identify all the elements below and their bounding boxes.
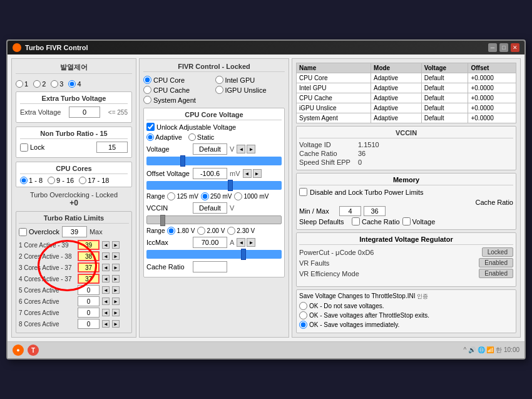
voltage-slider-track[interactable] bbox=[146, 157, 282, 165]
core-1-arrow-left[interactable]: ◄ bbox=[102, 241, 110, 249]
core-3-input[interactable] bbox=[78, 262, 100, 272]
range-250[interactable]: 250 mV bbox=[201, 192, 232, 200]
radio-2[interactable]: 2 bbox=[33, 80, 46, 88]
non-turbo-value[interactable] bbox=[96, 142, 128, 153]
radio-3-input[interactable] bbox=[51, 80, 58, 88]
sleep-cache-ratio-checkbox[interactable] bbox=[352, 217, 360, 225]
cores-17-18-input[interactable] bbox=[79, 177, 86, 184]
core-8-arrow-right[interactable]: ► bbox=[112, 320, 120, 328]
range-1000[interactable]: 1000 mV bbox=[234, 192, 269, 200]
overclock-checkbox-label[interactable]: Overclock bbox=[19, 228, 59, 236]
core-3-arrow-right[interactable]: ► bbox=[112, 264, 120, 271]
save-immediately-label[interactable]: OK - Save voltages immediately. bbox=[299, 321, 513, 329]
core-5-arrow-left[interactable]: ◄ bbox=[102, 286, 110, 294]
cores-9-16[interactable]: 9 - 16 bbox=[48, 177, 74, 184]
vccin-slider-track[interactable] bbox=[146, 215, 282, 224]
unlock-adjustable-checkbox[interactable] bbox=[146, 123, 155, 131]
core-8-input[interactable] bbox=[78, 319, 100, 329]
voltage-arrow-right[interactable]: ► bbox=[247, 145, 255, 153]
core-2-arrow-right[interactable]: ► bbox=[112, 252, 120, 260]
radio-1[interactable]: 1 bbox=[16, 80, 28, 88]
range-125[interactable]: 125 mV bbox=[167, 192, 198, 200]
unlock-adjustable-label[interactable]: Unlock Adjustable Voltage bbox=[146, 123, 282, 131]
sleep-cache-ratio-label[interactable]: Cache Ratio bbox=[352, 217, 400, 225]
max-input[interactable] bbox=[364, 206, 386, 216]
radio-4-input[interactable] bbox=[68, 80, 76, 88]
fivr-system-agent[interactable]: System Agent bbox=[143, 96, 213, 104]
core-5-arrow-right[interactable]: ► bbox=[112, 286, 120, 294]
mode-adaptive-input[interactable] bbox=[146, 133, 154, 141]
core-7-arrow-right[interactable]: ► bbox=[112, 309, 120, 316]
fivr-intel-gpu[interactable]: Intel GPU bbox=[215, 76, 285, 84]
fivr-cpu-cache[interactable]: CPU Cache bbox=[143, 86, 213, 94]
iccmax-slider-track[interactable] bbox=[146, 250, 282, 259]
vccin-range-200[interactable]: 2.00 V bbox=[197, 227, 225, 235]
voltage-input[interactable] bbox=[193, 143, 227, 155]
throttlestop-taskbar-btn[interactable]: T bbox=[28, 345, 39, 356]
radio-2-input[interactable] bbox=[33, 80, 41, 88]
save-immediately-radio[interactable] bbox=[299, 321, 307, 329]
mode-static[interactable]: Static bbox=[188, 133, 215, 141]
iccmax-arrow-right[interactable]: ► bbox=[247, 238, 255, 247]
fivr-cpu-core-input[interactable] bbox=[143, 76, 151, 84]
disable-turbo-checkbox[interactable] bbox=[299, 188, 307, 196]
core-6-arrow-left[interactable]: ◄ bbox=[102, 298, 110, 305]
maximize-button[interactable]: □ bbox=[499, 43, 508, 52]
iccmax-input[interactable] bbox=[193, 237, 227, 248]
core-7-input[interactable] bbox=[78, 308, 100, 318]
iccmax-slider-row[interactable] bbox=[146, 250, 282, 259]
core-1-arrow-right[interactable]: ► bbox=[112, 241, 120, 249]
fivr-igpu-unslice-input[interactable] bbox=[215, 86, 223, 94]
core-8-arrow-left[interactable]: ◄ bbox=[102, 320, 110, 328]
offset-slider-handle[interactable] bbox=[228, 180, 233, 191]
vccin-range-180-input[interactable] bbox=[167, 227, 175, 235]
vccin-range-200-input[interactable] bbox=[197, 227, 205, 235]
core-2-arrow-left[interactable]: ◄ bbox=[102, 252, 110, 260]
mode-static-input[interactable] bbox=[188, 133, 196, 141]
lock-checkbox[interactable] bbox=[20, 143, 28, 152]
overclock-value[interactable] bbox=[62, 226, 87, 237]
minimize-button[interactable]: ─ bbox=[488, 43, 497, 52]
extra-voltage-input[interactable] bbox=[69, 106, 100, 118]
fivr-cpu-cache-input[interactable] bbox=[143, 86, 151, 94]
voltage-slider-handle[interactable] bbox=[180, 155, 185, 167]
offset-slider-row[interactable] bbox=[146, 181, 282, 190]
cores-1-8[interactable]: 1 - 8 bbox=[20, 177, 43, 184]
vr-efficiency-status-btn[interactable]: Enabled bbox=[479, 269, 513, 278]
core-6-arrow-right[interactable]: ► bbox=[112, 298, 120, 305]
radio-1-input[interactable] bbox=[16, 80, 23, 88]
iccmax-slider-handle[interactable] bbox=[241, 249, 246, 260]
vccin-input[interactable] bbox=[193, 202, 227, 214]
core-6-input[interactable] bbox=[78, 296, 100, 306]
core-4-input[interactable] bbox=[78, 274, 100, 284]
vccin-range-180[interactable]: 1.80 V bbox=[167, 227, 195, 235]
powercut-status-btn[interactable]: Locked bbox=[482, 247, 513, 257]
fivr-intel-gpu-input[interactable] bbox=[215, 76, 223, 84]
app-taskbar-btn[interactable]: ● bbox=[13, 345, 24, 356]
sleep-voltage-checkbox[interactable] bbox=[402, 217, 411, 225]
range-1000-input[interactable] bbox=[234, 192, 242, 200]
core-3-arrow-left[interactable]: ◄ bbox=[102, 264, 110, 271]
save-after-exit-label[interactable]: OK - Save voltages after ThrottleStop ex… bbox=[299, 311, 513, 319]
core-4-arrow-right[interactable]: ► bbox=[112, 275, 120, 282]
vccin-range-230[interactable]: 2.30 V bbox=[227, 227, 255, 235]
radio-4[interactable]: 4 bbox=[68, 80, 81, 88]
core-2-input[interactable] bbox=[78, 251, 100, 261]
offset-arrow-right[interactable]: ► bbox=[253, 169, 262, 178]
offset-slider-track[interactable] bbox=[146, 181, 282, 190]
lock-checkbox-label[interactable]: Lock bbox=[20, 143, 44, 152]
cores-17-18[interactable]: 17 - 18 bbox=[79, 177, 109, 184]
vccin-slider-row[interactable] bbox=[146, 215, 282, 224]
voltage-slider-row[interactable] bbox=[146, 157, 282, 165]
core-7-arrow-left[interactable]: ◄ bbox=[102, 309, 110, 316]
sleep-voltage-label[interactable]: Voltage bbox=[402, 217, 436, 225]
core-1-input[interactable] bbox=[78, 240, 100, 250]
cache-ratio-input[interactable] bbox=[193, 261, 227, 272]
vccin-range-230-input[interactable] bbox=[227, 227, 235, 235]
fivr-system-agent-input[interactable] bbox=[143, 96, 151, 104]
save-after-exit-radio[interactable] bbox=[299, 311, 307, 319]
range-125-input[interactable] bbox=[167, 192, 175, 200]
vccin-slider-handle[interactable] bbox=[160, 215, 165, 226]
offset-input[interactable] bbox=[193, 168, 227, 179]
fivr-igpu-unslice[interactable]: IGPU Unslice bbox=[215, 86, 285, 94]
